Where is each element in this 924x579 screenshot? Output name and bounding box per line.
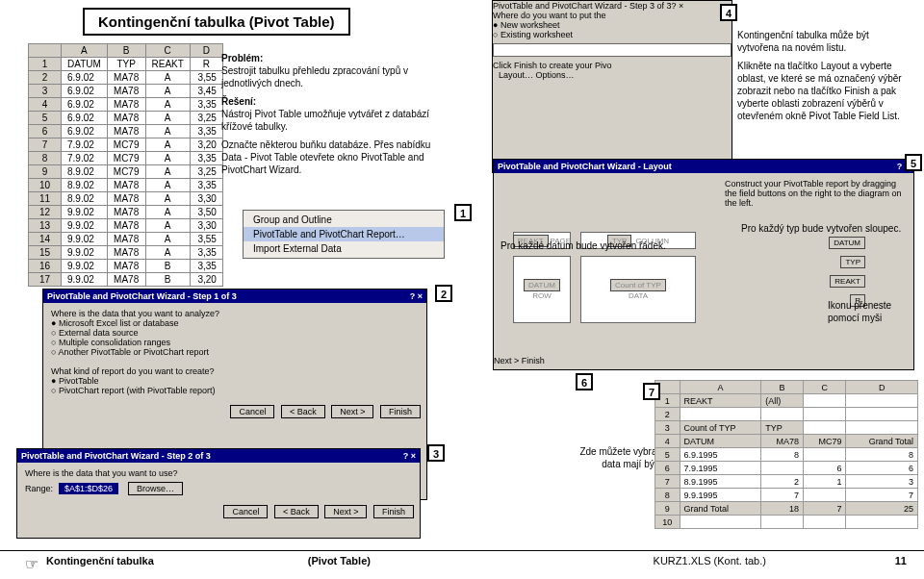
- dlg1-opt-pivottable[interactable]: PivotTable: [51, 376, 419, 386]
- footer-t1: Kontingenční tabulka: [46, 555, 154, 573]
- layout-next-button[interactable]: Next >: [494, 356, 519, 365]
- fld-datum-row[interactable]: DATUM: [524, 279, 560, 291]
- explain-right: Kontingenční tabulka může být vytvořena …: [737, 29, 911, 128]
- dlg3-location-input[interactable]: [493, 43, 732, 57]
- annotation-1: 1: [454, 204, 472, 221]
- res-gt-b: 18: [761, 502, 804, 516]
- pivot-result: ABCD 1REAKT(All) 2 3Count of TYPTYP 4DAT…: [654, 380, 918, 529]
- problem-text: Sestrojit tabulku přehledu zpracování ty…: [221, 64, 443, 89]
- dlg1-next-button[interactable]: Next >: [331, 405, 373, 418]
- layout-finish-button[interactable]: Finish: [522, 356, 545, 365]
- hdr-r: R: [190, 58, 222, 71]
- corner: [29, 44, 62, 58]
- dlg2-title: PivotTable and PivotChart Wizard - Step …: [21, 451, 211, 461]
- col-C: C: [145, 44, 190, 58]
- dlg1-title: PivotTable and PivotChart Wizard - Step …: [47, 291, 237, 301]
- dlg1-opt-excel[interactable]: Microsoft Excel list or database: [51, 318, 419, 328]
- res-gt-c: 7: [804, 502, 846, 516]
- dlg2-back-button[interactable]: < Back: [274, 505, 319, 518]
- res-r10: 10: [655, 516, 680, 529]
- dlg3-layout-button[interactable]: Layout…: [499, 70, 533, 80]
- dlg1-cancel-button[interactable]: Cancel: [230, 405, 274, 418]
- fld-reakt[interactable]: REAKT: [830, 275, 865, 288]
- dlg1-q1: Where is the data that you want to analy…: [51, 309, 419, 318]
- lbl-row: ROW: [532, 291, 552, 300]
- hand-icon: ☞: [25, 555, 38, 573]
- data-table: A B C D 1 DATUM TYP REAKT R 26.9.02MA78A…: [28, 43, 223, 287]
- lbl-data: DATA: [629, 291, 648, 300]
- fld-typ[interactable]: TYP: [840, 256, 865, 268]
- menu-import-data[interactable]: Import External Data: [244, 241, 444, 256]
- res-r3: 3: [655, 421, 680, 435]
- dlg3-q: Where do you want to put the: [493, 11, 732, 20]
- annotation-7: 7: [643, 383, 660, 400]
- data-menu[interactable]: Group and Outline PivotTable and PivotCh…: [243, 210, 445, 259]
- res-all[interactable]: (All): [761, 394, 804, 408]
- note-row: Pro každé datum bude vytvořen řádek.: [500, 240, 693, 253]
- dlg2-next-button[interactable]: Next >: [324, 505, 367, 518]
- res-ma78: MA78: [761, 435, 804, 448]
- res-gt-d: 25: [846, 502, 918, 516]
- res-mc79: MC79: [804, 435, 846, 448]
- res-r4: 4: [655, 435, 680, 448]
- drop-data[interactable]: Count of TYP DATA: [580, 256, 696, 323]
- note-drag: Ikonu přeneste pomocí myši: [828, 300, 914, 324]
- reseni-text-2: Označte některou buňku databáze. Přes na…: [221, 138, 443, 176]
- hdr-datum: DATUM: [62, 58, 108, 71]
- annotation-2: 2: [435, 285, 452, 302]
- dlg3-options-button[interactable]: Options…: [536, 70, 575, 80]
- menu-pivottable[interactable]: PivotTable and PivotChart Report…: [244, 227, 444, 241]
- hdr-reakt: REAKT: [145, 58, 190, 71]
- dlg2-cancel-button[interactable]: Cancel: [223, 505, 268, 518]
- annotation-5: 5: [905, 154, 922, 171]
- reseni-label: Řešení:: [221, 95, 443, 108]
- dlg1-opt-multi[interactable]: Multiple consolidation ranges: [51, 338, 419, 347]
- wizard-layout: PivotTable and PivotChart Wizard - Layou…: [493, 159, 914, 370]
- hdr-typ: TYP: [107, 58, 145, 71]
- menu-group-outline[interactable]: Group and Outline: [244, 213, 444, 227]
- dlg1-back-button[interactable]: < Back: [281, 405, 325, 418]
- dlg3-title: PivotTable and PivotChart Wizard - Step …: [493, 1, 672, 11]
- dlg2-q: Where is the data that you want to use?: [25, 468, 412, 478]
- dlg2-range-input[interactable]: $A$1:$D$26: [59, 483, 118, 494]
- instruction-text: Problém: Sestrojit tabulku přehledu zpra…: [221, 46, 443, 176]
- dlg3-opt-existing[interactable]: Existing worksheet: [493, 30, 732, 39]
- page-title: Kontingenční tabulka (Pivot Table): [83, 8, 350, 36]
- res-typ: TYP: [761, 421, 804, 435]
- res-col-C: C: [804, 381, 846, 394]
- dlg2-range-label: Range:: [25, 484, 53, 493]
- problem-label: Problém:: [221, 52, 443, 64]
- dlg3-hint: Click Finish to create your Pivo: [493, 61, 732, 70]
- note-col: Pro každý typ bude vytvořen sloupec.: [741, 223, 914, 236]
- res-r9: 9: [655, 502, 680, 516]
- dlg1-opt-external[interactable]: External data source: [51, 328, 419, 338]
- dlg3-close-icon[interactable]: ? ×: [672, 1, 684, 11]
- dlg2-finish-button[interactable]: Finish: [373, 505, 414, 518]
- dlg1-opt-pivotchart[interactable]: PivotChart report (with PivotTable repor…: [51, 386, 419, 395]
- res-col-A: A: [680, 381, 761, 394]
- wizard-step2: PivotTable and PivotChart Wizard - Step …: [16, 448, 421, 539]
- footer-page: 11: [895, 555, 907, 573]
- annotation-6: 6: [576, 373, 593, 390]
- res-datum: DATUM: [680, 435, 761, 448]
- fld-count[interactable]: Count of TYP: [610, 279, 666, 291]
- drop-row[interactable]: DATUM ROW: [513, 256, 571, 323]
- fld-datum[interactable]: DATUM: [829, 237, 865, 249]
- res-count: Count of TYP: [680, 421, 761, 435]
- footer-t2: (Pivot Table): [154, 555, 525, 573]
- dlg2-browse-button[interactable]: Browse…: [128, 482, 183, 495]
- dlg3-opt-new[interactable]: New worksheet: [493, 20, 732, 30]
- reseni-text-1: Nástroj Pivot Table umožňuje vytvářet z …: [221, 108, 443, 133]
- right-p2: Klikněte na tlačítko Layout a vyberte ob…: [737, 60, 911, 122]
- res-r2: 2: [655, 408, 680, 421]
- res-col-D: D: [846, 381, 918, 394]
- res-reakt[interactable]: REAKT: [680, 394, 761, 408]
- annotation-4: 4: [720, 4, 737, 21]
- row-1: 1: [29, 58, 62, 71]
- footer-t3: KURZ1.XLS (Kont. tab.): [525, 555, 895, 573]
- dlg1-finish-button[interactable]: Finish: [380, 405, 421, 418]
- dlg1-opt-another[interactable]: Another PivotTable or PivotChart report: [51, 347, 419, 357]
- res-gt-col: Grand Total: [846, 435, 918, 448]
- dlg2-help-icon[interactable]: ? ×: [403, 451, 416, 461]
- dlg1-help-icon[interactable]: ? ×: [410, 291, 423, 301]
